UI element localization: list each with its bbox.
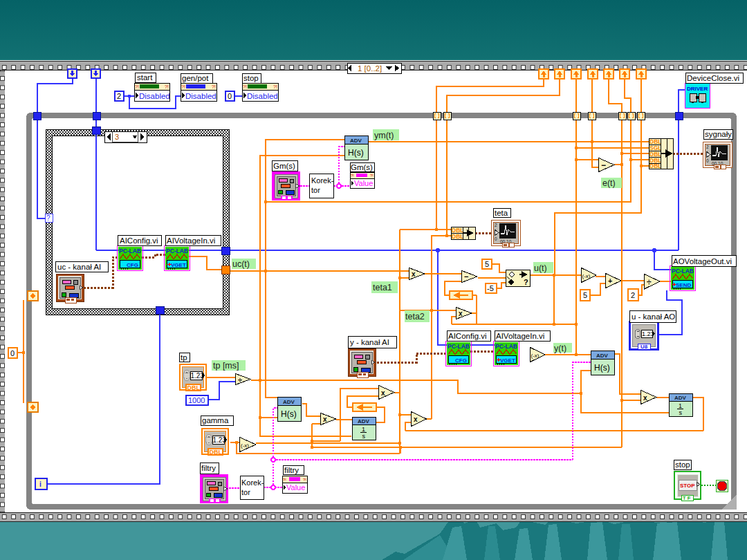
svg-text:AIConfig.vi: AIConfig.vi (120, 236, 158, 245)
svg-text:VGET: VGET (171, 262, 186, 268)
svg-text:1: 1 (362, 426, 365, 433)
svg-text:AOVoltageOut.vi: AOVoltageOut.vi (673, 257, 732, 265)
svg-text:?!: ?! (351, 174, 354, 178)
svg-text:?!: ?! (303, 478, 306, 482)
svg-text:?!: ?! (181, 84, 185, 89)
svg-text:?!: ?! (212, 84, 216, 89)
svg-text:5: 5 (485, 260, 489, 268)
svg-text:PC-LAB: PC-LAB (119, 248, 141, 254)
svg-text:y(t): y(t) (554, 344, 566, 353)
svg-text:teta2: teta2 (405, 312, 425, 321)
svg-text:filtry: filtry (284, 466, 299, 474)
svg-text:CFG: CFG (455, 357, 467, 364)
svg-text:÷: ÷ (238, 375, 242, 384)
svg-text:1.23: 1.23 (642, 330, 654, 337)
svg-text:e(t): e(t) (602, 178, 616, 188)
svg-text:Value: Value (354, 179, 373, 187)
svg-text:5: 5 (583, 291, 587, 299)
svg-text:÷: ÷ (647, 277, 652, 287)
svg-text:x: x (412, 270, 416, 278)
svg-text:Gm(s): Gm(s) (351, 163, 373, 171)
svg-text:H(s): H(s) (348, 148, 364, 158)
svg-text:?: ? (524, 278, 528, 286)
svg-text:?!: ?! (243, 84, 247, 89)
svg-text:teta: teta (495, 209, 508, 217)
svg-text:ym(t): ym(t) (374, 131, 394, 140)
svg-text:?!: ?! (283, 478, 286, 482)
svg-text:gen/pot: gen/pot (182, 74, 209, 82)
svg-text:(-x): (-x) (531, 353, 540, 359)
svg-text:VGET: VGET (500, 357, 515, 364)
svg-text:0: 0 (495, 236, 497, 241)
svg-text:tor: tor (311, 186, 320, 194)
svg-text:DRIVER: DRIVER (687, 86, 708, 92)
svg-text:Disabled: Disabled (247, 92, 278, 100)
svg-text:DeviceClose.vi: DeviceClose.vi (687, 74, 739, 82)
svg-text:tor: tor (241, 488, 250, 496)
svg-text:+: + (608, 277, 612, 285)
svg-text:u(t): u(t) (534, 263, 547, 273)
svg-text:u - kanał AO: u - kanał AO (631, 312, 675, 321)
svg-text:AIVoltageIn.vi: AIVoltageIn.vi (496, 332, 544, 340)
svg-text:ADV: ADV (358, 418, 370, 424)
svg-text:2: 2 (495, 223, 497, 227)
svg-text:x: x (323, 416, 327, 423)
svg-text:teta1: teta1 (373, 283, 392, 292)
svg-text:DBL: DBL (452, 233, 463, 240)
svg-text:AIVoltageIn.vi: AIVoltageIn.vi (167, 236, 215, 245)
svg-text:3: 3 (115, 133, 119, 141)
svg-text:tp: tp (181, 353, 187, 362)
svg-text:(-x): (-x) (582, 273, 591, 279)
svg-text:2: 2 (117, 92, 121, 100)
svg-text:U8: U8 (640, 344, 648, 350)
svg-text:DBL: DBL (649, 162, 661, 169)
svg-text:1000: 1000 (188, 396, 205, 404)
svg-text:filtry: filtry (201, 464, 216, 472)
svg-text:Korek-: Korek- (311, 176, 334, 185)
svg-text:?!: ?! (135, 84, 139, 89)
svg-text:stop: stop (243, 74, 259, 82)
svg-text:gamma: gamma (202, 416, 229, 424)
svg-text:STOP: STOP (680, 483, 695, 489)
svg-text:s: s (362, 433, 366, 440)
svg-text:Disabled: Disabled (139, 92, 170, 100)
svg-text:?!: ?! (273, 84, 277, 89)
svg-text:AIConfig.vi: AIConfig.vi (448, 332, 487, 340)
svg-text:Gm(s): Gm(s) (273, 162, 295, 170)
svg-text:uc(t): uc(t) (232, 259, 250, 269)
svg-text:0: 0 (10, 349, 15, 357)
svg-text:Korek-: Korek- (241, 478, 264, 487)
svg-text:−: − (464, 272, 468, 281)
svg-text:i: i (39, 480, 42, 488)
svg-text:(-x): (-x) (241, 442, 249, 449)
svg-text:sygnały: sygnały (705, 130, 732, 138)
svg-text:SEND: SEND (676, 282, 691, 288)
svg-text:x: x (459, 310, 463, 317)
svg-text:T F: T F (683, 495, 691, 501)
svg-text:1 [0..2]: 1 [0..2] (358, 64, 382, 73)
svg-text:?!: ?! (165, 84, 169, 89)
svg-text:x: x (643, 394, 647, 402)
svg-text:x: x (414, 416, 418, 423)
svg-text:ADV: ADV (350, 138, 362, 144)
svg-text:y - kanał AI: y - kanał AI (350, 338, 389, 346)
svg-text:x: x (381, 389, 385, 397)
svg-text:?!: ?! (370, 174, 374, 178)
svg-text:CFG: CFG (127, 262, 138, 268)
svg-text:Disabled: Disabled (185, 92, 216, 100)
svg-text:0: 0 (228, 92, 232, 100)
svg-text:?: ? (46, 214, 50, 222)
svg-text:uc - kanał AI: uc - kanał AI (57, 263, 101, 271)
svg-text:Value: Value (286, 483, 305, 492)
svg-text:stop: stop (675, 460, 690, 469)
svg-text:−: − (601, 160, 606, 170)
svg-text:2: 2 (631, 291, 635, 299)
svg-text:start: start (137, 73, 153, 82)
svg-text:DBL: DBL (187, 384, 201, 391)
svg-text:tp [ms]: tp [ms] (213, 361, 239, 371)
svg-text:-5: -5 (487, 284, 494, 292)
